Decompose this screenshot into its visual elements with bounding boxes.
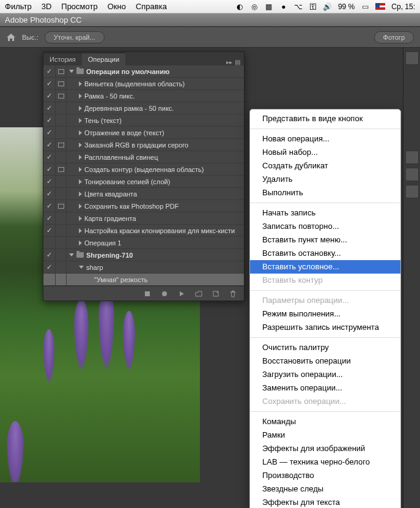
menu-item[interactable]: Начать запись (250, 206, 400, 220)
panel-button-1[interactable] (405, 51, 419, 65)
menu-view[interactable]: Просмотр (61, 2, 97, 11)
disclosure-triangle-icon[interactable] (79, 228, 82, 233)
action-row[interactable]: ✓Тень (текст) (43, 114, 244, 127)
dialog-toggle[interactable] (56, 225, 67, 236)
disclosure-triangle-icon[interactable] (79, 130, 82, 135)
wifi-icon[interactable]: ⚿ (309, 2, 317, 11)
action-row[interactable]: ✓Настройка краски клонирования для микс-… (43, 225, 244, 237)
switch-icon[interactable]: ⌥ (294, 2, 303, 11)
action-row[interactable]: ✓Карта градиента (43, 212, 244, 225)
tab-history[interactable]: История (43, 53, 82, 65)
menu-item[interactable]: Восстановить операции (250, 354, 400, 368)
action-row[interactable]: ✓Виньетка (выделенная область) (43, 78, 244, 90)
disclosure-triangle-icon[interactable] (79, 179, 82, 184)
grid-icon[interactable]: ▦ (265, 2, 273, 11)
disclosure-triangle-icon[interactable] (79, 216, 82, 221)
dialog-toggle[interactable] (56, 151, 67, 163)
cc-icon[interactable]: ◎ (250, 2, 259, 11)
menu-window[interactable]: Окно (108, 2, 126, 11)
menu-item[interactable]: Рамки (250, 428, 400, 442)
dialog-toggle[interactable] (56, 90, 67, 102)
dot-icon[interactable]: ● (279, 2, 288, 11)
toggle-checkbox[interactable]: ✓ (43, 212, 56, 224)
dialog-toggle[interactable] (56, 163, 67, 175)
dialog-toggle[interactable] (56, 249, 67, 261)
menu-item[interactable]: Очистить палитру (250, 341, 400, 354)
toggle-checkbox[interactable]: ✓ (43, 90, 56, 102)
dialog-toggle[interactable] (56, 78, 67, 89)
disclosure-triangle-icon[interactable] (79, 118, 82, 123)
stop-icon[interactable] (144, 290, 151, 297)
menu-3d[interactable]: 3D (42, 2, 52, 11)
home-icon[interactable] (6, 33, 16, 42)
menu-item[interactable]: Удалить (250, 173, 400, 186)
dialog-toggle[interactable] (56, 200, 67, 212)
toggle-checkbox[interactable]: ✓ (43, 261, 56, 273)
action-row[interactable]: ✓Цвета квадранта (43, 188, 244, 200)
disclosure-triangle-icon[interactable] (79, 94, 82, 99)
menu-item[interactable]: Эффекты для текста (250, 496, 400, 508)
menu-item[interactable]: Команды (250, 415, 400, 428)
disclosure-triangle-icon[interactable] (79, 266, 84, 269)
action-row[interactable]: ✓Деревянная рамка - 50 пикс. (43, 102, 244, 114)
menu-item[interactable]: Вставить пункт меню... (250, 233, 400, 247)
dialog-toggle[interactable] (56, 139, 67, 151)
dialog-toggle[interactable] (56, 261, 67, 273)
menu-item[interactable]: Выполнить (250, 186, 400, 200)
menu-item[interactable]: Режим выполнения... (250, 307, 400, 321)
toggle-checkbox[interactable] (43, 274, 56, 285)
disclosure-triangle-icon[interactable] (79, 241, 82, 245)
disclosure-triangle-icon[interactable] (79, 143, 82, 148)
dialog-toggle[interactable] (56, 274, 67, 285)
panel-button-3[interactable] (405, 168, 419, 181)
action-row[interactable]: ✓Заказной RGB в градации серого (43, 139, 244, 151)
toggle-checkbox[interactable]: ✓ (43, 78, 56, 89)
dialog-toggle[interactable] (56, 127, 67, 138)
toggle-checkbox[interactable]: ✓ (43, 225, 56, 236)
trash-icon[interactable] (229, 290, 237, 297)
toggle-checkbox[interactable]: ✓ (43, 200, 56, 212)
menu-filter[interactable]: Фильтр (5, 2, 32, 11)
action-row[interactable]: ✓Тонирование сепией (слой) (43, 176, 244, 188)
photographer-button[interactable]: Фотогр (374, 31, 414, 43)
menu-item[interactable]: Новый набор... (250, 146, 400, 159)
menu-item[interactable]: Разрешить запись инструмента (250, 321, 400, 334)
dialog-toggle[interactable] (56, 237, 67, 248)
disclosure-triangle-icon[interactable] (79, 155, 82, 160)
dialog-toggle[interactable] (56, 102, 67, 114)
dialog-toggle[interactable] (56, 188, 67, 200)
collapse-icon[interactable]: ▸▸ (226, 59, 232, 65)
disclosure-triangle-icon[interactable] (79, 167, 82, 172)
new-set-icon[interactable] (195, 290, 202, 297)
disclosure-triangle-icon[interactable] (79, 204, 82, 209)
menu-item[interactable]: Звездные следы (250, 482, 400, 496)
action-row[interactable]: ✓Расплавленный свинец (43, 151, 244, 163)
panel-button-4[interactable] (405, 185, 419, 198)
toggle-checkbox[interactable]: ✓ (43, 163, 56, 175)
toggle-checkbox[interactable]: ✓ (43, 139, 56, 151)
menu-item[interactable]: Новая операция... (250, 132, 400, 146)
new-action-icon[interactable] (212, 290, 219, 297)
toggle-checkbox[interactable]: ✓ (43, 249, 56, 261)
toggle-checkbox[interactable]: ✓ (43, 102, 56, 114)
dialog-toggle[interactable] (56, 176, 67, 187)
menu-item[interactable]: Вставить остановку... (250, 247, 400, 260)
menu-item[interactable]: Создать дубликат (250, 159, 400, 173)
toggle-checkbox[interactable]: ✓ (43, 114, 56, 126)
dialog-toggle[interactable] (56, 114, 67, 126)
dialog-toggle[interactable] (56, 212, 67, 224)
volume-icon[interactable]: 🔊 (323, 2, 332, 11)
action-row[interactable]: ✓Shrpening-710 (43, 249, 244, 261)
action-row[interactable]: ✓Сохранить как Photoshop PDF (43, 200, 244, 212)
disclosure-triangle-icon[interactable] (79, 106, 82, 111)
menu-item[interactable]: Загрузить операции... (250, 368, 400, 381)
toggle-checkbox[interactable]: ✓ (43, 65, 56, 77)
menu-item[interactable]: LAB — техника черно-белого (250, 455, 400, 469)
toggle-checkbox[interactable]: ✓ (43, 127, 56, 138)
battery-icon[interactable]: ▭ (361, 2, 369, 11)
menu-item[interactable]: Заменить операции... (250, 381, 400, 395)
toggle-checkbox[interactable]: ✓ (43, 176, 56, 187)
disclosure-triangle-icon[interactable] (79, 192, 82, 196)
menu-item[interactable]: Эффекты для изображений (250, 442, 400, 455)
action-row[interactable]: ✓sharp (43, 261, 244, 274)
